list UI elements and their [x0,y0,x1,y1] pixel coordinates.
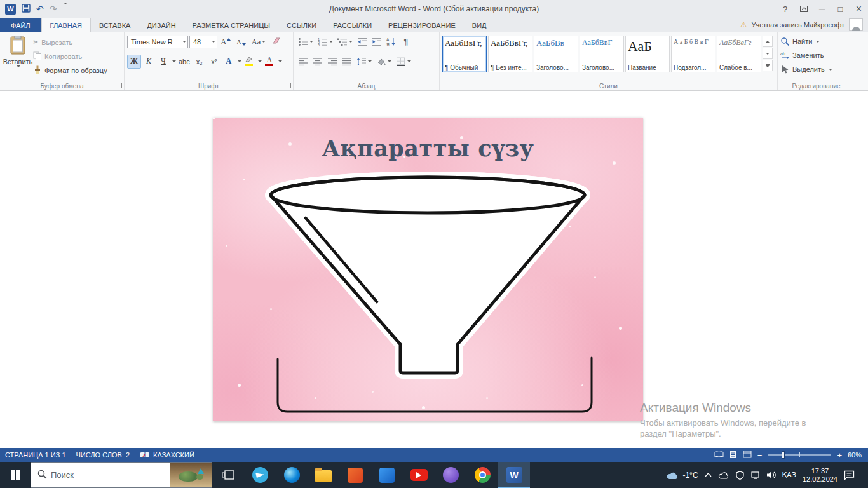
style-no-spacing[interactable]: АаБбВвГг, ¶ Без инте... [488,36,532,72]
copy-button[interactable]: Копировать [33,50,107,62]
zoom-slider[interactable] [768,454,831,456]
app-edge[interactable] [276,462,308,488]
proofing-status[interactable]: ✗ КАЗАХСКИЙ [140,451,194,459]
weather-widget[interactable]: -1°C [665,471,698,480]
tray-chevron-up-icon[interactable] [705,473,712,477]
clear-formatting-button[interactable] [269,35,283,49]
web-layout-button[interactable] [743,451,752,459]
task-view-button[interactable] [212,462,244,488]
paste-button[interactable]: Вставить [3,34,33,80]
font-size-combo[interactable]: 48 [189,36,217,48]
tab-design[interactable]: ДИЗАЙН [139,18,184,32]
bullets-button[interactable] [296,35,315,49]
show-marks-button[interactable]: ¶ [399,35,413,49]
defender-shield-icon[interactable] [736,471,744,480]
style-normal[interactable]: АаБбВвГг, ¶ Обычный [442,36,487,72]
subscript-button[interactable]: х₂ [193,55,207,69]
tab-home[interactable]: ГЛАВНАЯ [41,18,91,32]
undo-icon[interactable]: ↶ [36,4,44,13]
styles-scroll-up-button[interactable] [763,36,773,47]
zoom-level[interactable]: 60% [848,451,862,459]
highlight-dropdown-icon[interactable] [258,60,262,62]
search-input[interactable] [47,470,170,480]
save-icon[interactable] [22,4,31,15]
font-color-button[interactable]: А [262,55,276,69]
find-button[interactable]: Найти [780,35,852,48]
volume-icon[interactable] [766,471,776,479]
styles-scroll-down-button[interactable] [763,48,773,59]
taskbar-search[interactable] [31,462,212,488]
replace-button[interactable]: ab Заменить [780,49,852,62]
borders-button[interactable] [394,55,413,69]
ribbon-display-options-button[interactable] [794,0,813,18]
tab-page-layout[interactable]: РАЗМЕТКА СТРАНИЦЫ [184,18,278,32]
clock[interactable]: 17:37 12.02.2024 [803,467,837,484]
help-button[interactable]: ? [776,0,794,18]
word-count-indicator[interactable]: ЧИСЛО СЛОВ: 2 [76,451,130,459]
style-subtitle[interactable]: А а Б б В в Г Подзагол... [671,36,715,72]
underline-button[interactable]: Ч [156,55,170,69]
redo-icon[interactable]: ↷ [50,4,57,13]
change-case-button[interactable]: Аа [249,35,268,49]
onedrive-icon[interactable] [718,471,729,479]
start-button[interactable] [0,462,31,488]
style-heading1[interactable]: АаБбВв Заголово... [534,36,578,72]
page-indicator[interactable]: СТРАНИЦА 1 ИЗ 1 [5,451,66,459]
minimize-button[interactable]: ─ [813,0,831,18]
search-daily-image[interactable] [170,463,212,487]
align-left-button[interactable] [296,55,310,69]
tab-insert[interactable]: ВСТАВКА [91,18,139,32]
language-switcher[interactable]: ҚАЗ [782,471,796,479]
zoom-in-button[interactable]: + [837,451,842,459]
customize-quick-access-icon[interactable] [62,4,67,13]
zoom-out-button[interactable]: − [757,451,763,459]
read-mode-button[interactable] [714,451,724,459]
style-title[interactable]: АаБ Название [625,36,670,72]
app-orange[interactable] [339,462,371,488]
print-layout-button[interactable] [729,451,737,460]
funnel-image[interactable] [213,118,643,421]
bold-button[interactable]: Ж [127,55,141,69]
maximize-button[interactable]: □ [831,0,850,18]
avatar[interactable] [849,18,863,31]
app-purple[interactable] [435,462,466,488]
font-size-dropdown-icon[interactable] [208,36,217,48]
tab-view[interactable]: ВИД [464,18,495,32]
tab-file[interactable]: ФАЙЛ [0,18,41,32]
format-painter-button[interactable]: Формат по образцу [33,64,107,76]
app-file-explorer[interactable] [308,462,339,488]
tab-mailings[interactable]: РАССЫЛКИ [325,18,380,32]
app-youtube[interactable] [403,462,435,488]
app-word-active[interactable]: W [498,462,530,488]
select-button[interactable]: Выделить [780,63,852,76]
styles-more-button[interactable] [763,60,773,71]
network-icon[interactable] [750,471,760,479]
align-right-button[interactable] [325,55,339,69]
grow-font-button[interactable]: А [219,35,233,49]
line-spacing-button[interactable] [355,55,374,69]
font-family-combo[interactable]: Times New R [127,36,188,48]
font-family-dropdown-icon[interactable] [179,36,187,48]
strikethrough-button[interactable]: abc [177,55,192,69]
text-highlight-button[interactable] [242,55,256,69]
font-color-dropdown-icon[interactable] [278,60,282,62]
increase-indent-button[interactable] [370,35,384,49]
sort-button[interactable]: АЯ [384,35,398,49]
action-center-icon[interactable] [844,470,855,480]
italic-button[interactable]: К [142,55,156,69]
superscript-button[interactable]: х² [207,55,221,69]
account-label[interactable]: Учетная запись Майкрософт [752,21,844,29]
cut-button[interactable]: ✂ Вырезать [33,36,107,48]
app-chrome[interactable] [466,462,498,488]
app-blue[interactable] [371,462,403,488]
numbering-button[interactable]: 123 [316,35,335,49]
text-effects-button[interactable]: А [222,55,236,69]
text-effects-dropdown-icon[interactable] [238,60,241,62]
underline-dropdown-icon[interactable] [172,60,176,62]
app-telegram[interactable] [244,462,276,488]
decrease-indent-button[interactable] [355,35,369,49]
paste-dropdown-icon[interactable] [17,65,20,67]
zoom-slider-thumb[interactable] [782,451,785,459]
tab-references[interactable]: ССЫЛКИ [278,18,325,32]
tab-review[interactable]: РЕЦЕНЗИРОВАНИЕ [380,18,464,32]
